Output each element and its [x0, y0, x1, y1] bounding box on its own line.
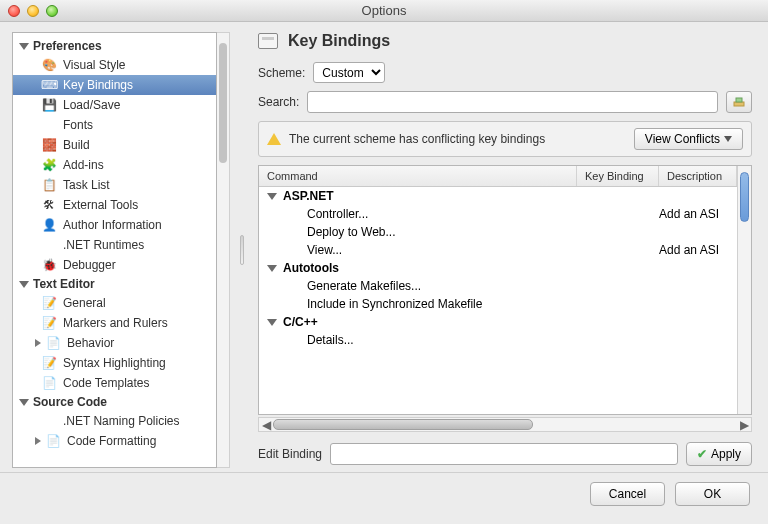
tree-item-label: Markers and Rulers — [63, 316, 168, 330]
tree-item[interactable]: 📝Markers and Rulers — [13, 313, 216, 333]
item-icon: 📝 — [41, 295, 57, 311]
grid-row[interactable]: Details... — [259, 331, 737, 349]
item-icon: 📄 — [45, 433, 61, 449]
disclosure-down-icon — [19, 399, 29, 406]
tree-item[interactable]: 🛠External Tools — [13, 195, 216, 215]
tree-item-label: .NET Runtimes — [63, 238, 144, 252]
tree-category[interactable]: Preferences — [13, 37, 216, 55]
disclosure-right-icon — [35, 339, 41, 347]
item-icon: 👤 — [41, 217, 57, 233]
tree-item-label: Code Templates — [63, 376, 150, 390]
preferences-tree[interactable]: Preferences🎨Visual Style⌨Key Bindings💾Lo… — [12, 32, 217, 468]
scheme-select[interactable]: Custom — [313, 62, 385, 83]
warning-text: The current scheme has conflicting key b… — [289, 132, 626, 146]
grid-hscrollbar[interactable]: ◀ ▶ — [258, 417, 752, 432]
window-title: Options — [0, 3, 768, 18]
grid-row[interactable]: Generate Makefiles... — [259, 277, 737, 295]
main-panel: Key Bindings Scheme: Custom Search: The … — [254, 32, 756, 468]
item-icon: 📄 — [41, 375, 57, 391]
disclosure-down-icon — [19, 43, 29, 50]
disclosure-down-icon — [267, 265, 277, 272]
disclosure-right-icon — [35, 437, 41, 445]
tree-item[interactable]: .NET Naming Policies — [13, 411, 216, 431]
bindings-grid: Command Key Binding Description ASP.NETC… — [258, 165, 752, 415]
edit-binding-input[interactable] — [330, 443, 678, 465]
category-label: Text Editor — [33, 277, 95, 291]
group-label: Autotools — [283, 261, 339, 275]
sidebar-scrollbar[interactable] — [217, 32, 230, 468]
tree-item[interactable]: ⌨Key Bindings — [13, 75, 216, 95]
tree-item-label: Build — [63, 138, 90, 152]
tree-category[interactable]: Text Editor — [13, 275, 216, 293]
grid-row[interactable]: Controller...Add an ASI — [259, 205, 737, 223]
grid-row[interactable]: Include in Synchronized Makefile — [259, 295, 737, 313]
pane-divider[interactable] — [238, 32, 246, 468]
tree-item-label: Add-ins — [63, 158, 104, 172]
cell-command: Details... — [259, 333, 577, 347]
item-icon: 🐞 — [41, 257, 57, 273]
item-icon — [41, 117, 57, 133]
tree-item-label: Visual Style — [63, 58, 125, 72]
tree-item-label: General — [63, 296, 106, 310]
col-description[interactable]: Description — [659, 166, 737, 186]
grid-group[interactable]: ASP.NET — [259, 187, 737, 205]
scrollbar-thumb[interactable] — [219, 43, 227, 163]
grid-group[interactable]: Autotools — [259, 259, 737, 277]
grid-row[interactable]: Deploy to Web... — [259, 223, 737, 241]
item-icon: 📝 — [41, 355, 57, 371]
ok-button[interactable]: OK — [675, 482, 750, 506]
view-conflicts-label: View Conflicts — [645, 132, 720, 146]
tree-category[interactable]: Source Code — [13, 393, 216, 411]
col-command[interactable]: Command — [259, 166, 577, 186]
item-icon: 🛠 — [41, 197, 57, 213]
disclosure-down-icon — [267, 319, 277, 326]
item-icon — [41, 237, 57, 253]
svg-rect-1 — [736, 98, 742, 102]
tree-item[interactable]: 📝General — [13, 293, 216, 313]
tree-item[interactable]: 🐞Debugger — [13, 255, 216, 275]
tree-item[interactable]: 📋Task List — [13, 175, 216, 195]
tree-item-label: .NET Naming Policies — [63, 414, 179, 428]
tree-item[interactable]: 📄Behavior — [13, 333, 216, 353]
scrollbar-thumb[interactable] — [740, 172, 749, 222]
tree-item[interactable]: 🧱Build — [13, 135, 216, 155]
col-binding[interactable]: Key Binding — [577, 166, 659, 186]
tree-item-label: Load/Save — [63, 98, 120, 112]
search-action-button[interactable] — [726, 91, 752, 113]
cancel-button[interactable]: Cancel — [590, 482, 665, 506]
warning-icon — [267, 133, 281, 145]
edit-binding-label: Edit Binding — [258, 447, 322, 461]
tree-item[interactable]: 🎨Visual Style — [13, 55, 216, 75]
cell-description: Add an ASI — [659, 207, 737, 221]
tree-item[interactable]: 🧩Add-ins — [13, 155, 216, 175]
grid-group[interactable]: C/C++ — [259, 313, 737, 331]
grid-header: Command Key Binding Description — [259, 166, 737, 187]
tree-item[interactable]: Fonts — [13, 115, 216, 135]
tree-item[interactable]: 👤Author Information — [13, 215, 216, 235]
tree-item[interactable]: 📄Code Formatting — [13, 431, 216, 451]
cell-command: Controller... — [259, 207, 577, 221]
item-icon: 🧩 — [41, 157, 57, 173]
titlebar: Options — [0, 0, 768, 22]
scrollbar-thumb[interactable] — [273, 419, 533, 430]
group-label: ASP.NET — [283, 189, 333, 203]
cell-command: Include in Synchronized Makefile — [259, 297, 577, 311]
svg-rect-0 — [734, 102, 744, 106]
check-icon: ✔ — [697, 447, 707, 461]
tree-item[interactable]: 💾Load/Save — [13, 95, 216, 115]
cell-command: View... — [259, 243, 577, 257]
scroll-right-icon[interactable]: ▶ — [737, 418, 751, 432]
cell-description: Add an ASI — [659, 243, 737, 257]
scroll-left-icon[interactable]: ◀ — [259, 418, 273, 432]
grid-vscrollbar[interactable] — [737, 166, 751, 414]
tree-item[interactable]: .NET Runtimes — [13, 235, 216, 255]
cell-command: Deploy to Web... — [259, 225, 577, 239]
tree-item[interactable]: 📝Syntax Highlighting — [13, 353, 216, 373]
view-conflicts-button[interactable]: View Conflicts — [634, 128, 743, 150]
apply-button[interactable]: ✔ Apply — [686, 442, 752, 466]
tree-item[interactable]: 📄Code Templates — [13, 373, 216, 393]
search-input[interactable] — [307, 91, 718, 113]
grid-row[interactable]: View...Add an ASI — [259, 241, 737, 259]
category-label: Preferences — [33, 39, 102, 53]
page-title: Key Bindings — [288, 32, 390, 50]
